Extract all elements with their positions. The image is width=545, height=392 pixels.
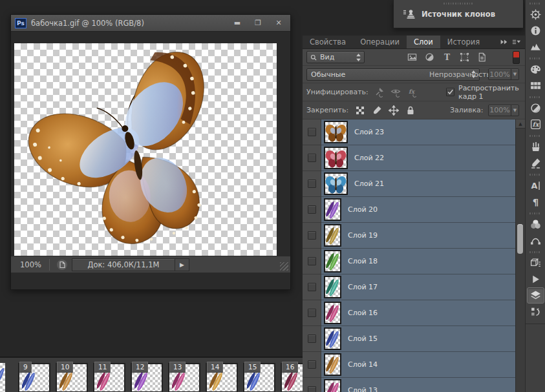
layer-visibility-checkbox[interactable]: [308, 180, 316, 188]
toolbar-button-histogram[interactable]: [527, 39, 544, 55]
layer-thumbnail[interactable]: [324, 198, 341, 221]
frame-cell[interactable]: 11: [93, 362, 128, 392]
maximize-button[interactable]: ❐: [249, 17, 267, 29]
lock-transparency-icon[interactable]: [355, 105, 365, 116]
layer-visibility-checkbox[interactable]: [308, 154, 316, 162]
smart-object-filter-icon[interactable]: [477, 52, 487, 62]
toolbar-button-layer-comps[interactable]: [527, 255, 544, 271]
frame-cell[interactable]: 12: [131, 362, 166, 392]
unify-visibility-icon[interactable]: [390, 87, 401, 98]
toolbar-button-layers[interactable]: [527, 287, 544, 304]
layer-visibility-checkbox[interactable]: [308, 205, 316, 214]
layer-row[interactable]: Слой 19: [303, 223, 515, 249]
toolbar-button-paths[interactable]: [527, 232, 544, 249]
frame-cell[interactable]: 15: [243, 362, 278, 392]
layer-visibility-checkbox[interactable]: [308, 231, 316, 240]
layer-thumbnail[interactable]: [324, 121, 348, 143]
layer-row[interactable]: Слой 22: [303, 145, 515, 171]
frame-thumbnail[interactable]: [0, 363, 5, 392]
type-layer-filter-icon[interactable]: T: [442, 52, 452, 62]
scroll-up-arrow[interactable]: ▲: [516, 119, 525, 129]
layer-row[interactable]: Слой 21: [303, 171, 515, 197]
pixel-layer-filter-icon[interactable]: [407, 52, 417, 62]
dock-gripper[interactable]: [529, 174, 541, 176]
lock-all-icon[interactable]: [405, 105, 416, 116]
lock-pixels-icon[interactable]: [372, 105, 382, 116]
toolbar-button-navigator[interactable]: [527, 6, 544, 23]
double-arrow-icon[interactable]: [499, 37, 508, 46]
dock-gripper[interactable]: [529, 57, 541, 59]
layer-thumbnail[interactable]: [324, 302, 341, 324]
frame-cell[interactable]: 14: [206, 362, 240, 392]
tab-слои[interactable]: Слои: [407, 36, 440, 48]
layer-visibility-checkbox[interactable]: [308, 386, 316, 392]
layer-row[interactable]: Слой 13: [303, 378, 515, 392]
layer-row[interactable]: Слой 17: [303, 274, 515, 300]
toolbar-button-styles[interactable]: fx: [527, 116, 544, 132]
toolbar-button-brush-presets[interactable]: [527, 155, 544, 171]
dock-gripper[interactable]: [529, 251, 541, 253]
layer-row[interactable]: Слой 20: [303, 197, 515, 223]
layer-visibility-checkbox[interactable]: [308, 309, 316, 317]
toolbar-button-info[interactable]: [527, 23, 544, 39]
zoom-level[interactable]: 100%: [11, 260, 49, 269]
toolbar-button-kuler[interactable]: [527, 216, 544, 232]
resize-grip[interactable]: [280, 262, 288, 271]
layer-row[interactable]: Слой 14: [303, 352, 515, 378]
adjustment-layer-filter-icon[interactable]: [425, 52, 434, 62]
layer-filter-toggle[interactable]: [513, 51, 520, 64]
layer-visibility-checkbox[interactable]: [308, 360, 316, 369]
shape-layer-filter-icon[interactable]: [460, 52, 469, 62]
toolbar-button-adjustments[interactable]: [527, 100, 544, 116]
layer-thumbnail[interactable]: [324, 250, 341, 273]
layer-thumbnail[interactable]: [324, 379, 341, 392]
layer-row[interactable]: Слой 16: [303, 300, 515, 326]
clone-source-title[interactable]: Источник клонов: [422, 10, 495, 19]
frame-cell[interactable]: 16: [281, 362, 303, 392]
layer-visibility-checkbox[interactable]: [308, 128, 316, 136]
layer-visibility-checkbox[interactable]: [308, 335, 316, 343]
filter-kind-dropdown[interactable]: Вид: [306, 51, 365, 63]
toolbar-button-brush[interactable]: [527, 139, 544, 155]
dock-gripper[interactable]: [529, 96, 541, 98]
toolbar-button-swatches[interactable]: [527, 77, 544, 94]
status-options-button[interactable]: ▶: [175, 258, 189, 271]
panel-menu-icon[interactable]: [512, 37, 521, 46]
layer-thumbnail[interactable]: [324, 353, 341, 376]
document-size-field[interactable]: Док: 406,0К/11,1М: [72, 258, 175, 271]
layer-visibility-checkbox[interactable]: [308, 283, 316, 291]
toolbar-button-color[interactable]: [527, 61, 544, 77]
layer-thumbnail[interactable]: [324, 172, 348, 195]
fill-control[interactable]: 100% ▼: [488, 105, 519, 116]
scrollbar-thumb[interactable]: [517, 224, 523, 254]
minimize-button[interactable]: ▬: [228, 17, 246, 29]
document-titlebar[interactable]: Ps бабочка1.gif @ 100% (RGB/8) ▬ ❐ ✕: [11, 15, 290, 32]
close-button[interactable]: ✕: [270, 17, 288, 29]
layer-row[interactable]: Слой 18: [303, 249, 515, 274]
tab-операции[interactable]: Операции: [353, 36, 407, 48]
frame-cell[interactable]: 10: [56, 362, 91, 392]
toolbar-button-history[interactable]: [527, 304, 544, 320]
dock-gripper[interactable]: [529, 135, 541, 137]
frame-cell[interactable]: 13: [168, 362, 203, 392]
dock-gripper[interactable]: [529, 3, 541, 5]
layer-row[interactable]: Слой 23: [303, 119, 515, 145]
chevron-down-icon[interactable]: ▼: [511, 69, 518, 79]
toolbar-button-paragraph[interactable]: ¶: [527, 194, 544, 210]
layer-list-scrollbar[interactable]: ▲: [515, 119, 525, 392]
toolbar-button-character[interactable]: A: [527, 178, 544, 194]
canvas[interactable]: [14, 43, 277, 273]
frame-cell[interactable]: 9: [18, 362, 53, 392]
layer-row[interactable]: Слой 15: [303, 326, 515, 352]
propagate-frame-checkbox[interactable]: [446, 88, 454, 96]
layer-thumbnail[interactable]: [324, 147, 348, 169]
opacity-control[interactable]: 100% ▼: [488, 68, 519, 80]
toolbar-button-actions[interactable]: [527, 271, 544, 287]
tab-история[interactable]: История: [440, 36, 487, 48]
chevron-down-icon[interactable]: ▼: [511, 105, 518, 116]
layer-visibility-checkbox[interactable]: [308, 257, 316, 265]
layer-thumbnail[interactable]: [324, 276, 341, 298]
dock-gripper[interactable]: [529, 212, 541, 214]
lock-position-icon[interactable]: [389, 105, 399, 116]
unify-effects-icon[interactable]: fx: [407, 87, 418, 98]
